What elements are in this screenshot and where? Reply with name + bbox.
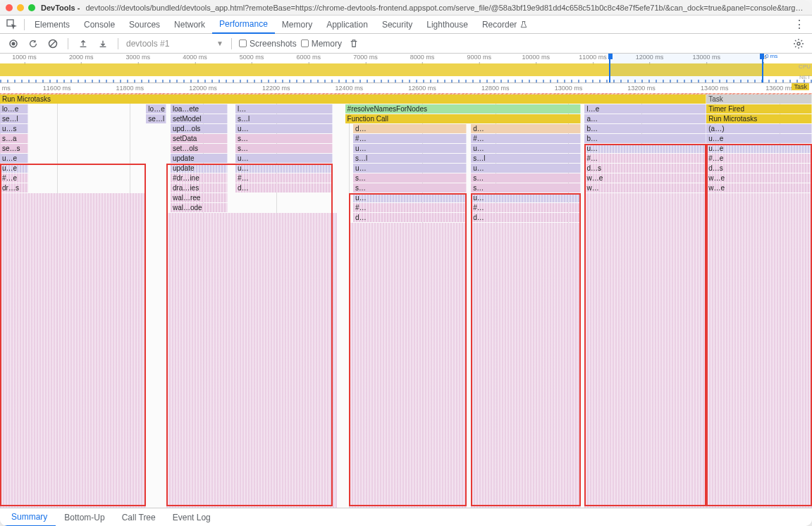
flame-bar[interactable]: s… xyxy=(471,183,581,192)
flame-bar[interactable]: u… xyxy=(353,193,467,202)
minimize-window-button[interactable] xyxy=(17,4,24,11)
flame-bar[interactable]: b… xyxy=(584,134,706,143)
flame-bar[interactable]: #… xyxy=(471,134,581,143)
flame-bar[interactable]: #…e xyxy=(0,173,28,183)
flame-bar[interactable]: d…s xyxy=(706,164,812,173)
flame-bar[interactable]: #… xyxy=(235,173,333,183)
settings-button[interactable] xyxy=(791,36,806,51)
flame-bar[interactable]: u…e xyxy=(0,164,28,173)
flame-bar[interactable]: w…e xyxy=(584,173,706,183)
flame-bar[interactable]: s… xyxy=(235,134,333,143)
tab-memory[interactable]: Memory xyxy=(275,16,319,34)
details-tab-call-tree[interactable]: Call Tree xyxy=(113,508,164,527)
flame-bar[interactable]: l… xyxy=(235,104,333,114)
clear-button[interactable] xyxy=(45,36,61,51)
flame-bar[interactable]: b… xyxy=(584,124,706,133)
flame-bar[interactable]: u…e xyxy=(0,154,28,163)
flame-bar[interactable]: #… xyxy=(471,203,581,212)
flame-bar[interactable]: u… xyxy=(471,144,581,153)
flame-bar[interactable]: u… xyxy=(353,144,467,153)
flame-bar[interactable]: Function Call xyxy=(345,114,581,123)
flame-bar[interactable]: Task xyxy=(706,94,812,104)
flame-bar[interactable]: loa…ete xyxy=(171,104,228,114)
flame-bar[interactable]: se…s xyxy=(0,144,28,153)
close-window-button[interactable] xyxy=(6,4,13,11)
flame-bar[interactable]: Run Microtasks xyxy=(706,114,812,123)
flame-bar[interactable]: u… xyxy=(471,193,581,202)
flame-bar[interactable]: lo…e xyxy=(146,104,166,114)
tab-recorder[interactable]: Recorder xyxy=(475,16,535,34)
flame-bar[interactable]: a… xyxy=(584,114,706,123)
flame-bar[interactable]: s…l xyxy=(471,154,581,163)
flame-bar[interactable]: dr…s xyxy=(0,183,28,192)
flame-bar[interactable]: Run Microtasks xyxy=(0,94,706,104)
flame-bar[interactable]: u…e xyxy=(706,134,812,143)
flame-bar[interactable]: s… xyxy=(353,183,467,192)
flame-bar[interactable]: l…e xyxy=(584,104,706,114)
memory-checkbox[interactable]: Memory xyxy=(301,39,342,49)
tab-console[interactable]: Console xyxy=(77,16,122,34)
flame-bar[interactable]: d… xyxy=(353,124,467,133)
tab-elements[interactable]: Elements xyxy=(27,16,77,34)
tab-application[interactable]: Application xyxy=(319,16,375,34)
details-tab-event-log[interactable]: Event Log xyxy=(164,508,219,527)
flame-bar[interactable]: s…l xyxy=(353,154,467,163)
tab-performance[interactable]: Performance xyxy=(212,16,275,34)
flame-bar[interactable]: upd…ols xyxy=(171,124,228,133)
flame-bar[interactable]: u… xyxy=(235,124,333,133)
flame-bar[interactable]: d… xyxy=(471,124,581,133)
flame-bar[interactable]: d… xyxy=(235,183,333,192)
flame-bar[interactable]: setModel xyxy=(171,114,228,123)
traffic-lights[interactable] xyxy=(6,4,35,11)
tab-security[interactable]: Security xyxy=(375,16,419,34)
deep-stack[interactable] xyxy=(584,193,706,508)
flamechart-ruler[interactable]: 400 ms11600 ms11800 ms12000 ms12200 ms12… xyxy=(0,83,812,94)
details-tab-summary[interactable]: Summary xyxy=(3,508,56,527)
flame-bar[interactable]: se…l xyxy=(146,114,166,123)
selection-handle-right[interactable]: 0 ms xyxy=(760,54,764,59)
flame-bar[interactable]: se…l xyxy=(0,114,28,123)
profile-selector[interactable]: devtools #1 ▼ xyxy=(125,38,224,49)
flame-bar[interactable]: update xyxy=(171,154,228,163)
flame-bar[interactable]: w…e xyxy=(706,173,812,183)
more-menu-button[interactable]: ⋮ xyxy=(789,18,809,31)
flame-bar[interactable]: u… xyxy=(353,164,467,173)
flame-bar[interactable]: u… xyxy=(471,164,581,173)
overview-selection[interactable]: 0 ms xyxy=(609,54,763,82)
flame-bar[interactable]: lo…e xyxy=(0,104,28,114)
deep-stack[interactable] xyxy=(349,223,467,508)
flame-bar[interactable]: s… xyxy=(235,144,333,153)
deep-stack[interactable] xyxy=(706,193,812,508)
inspect-element-button[interactable] xyxy=(3,16,21,34)
flame-bar[interactable]: (a…) xyxy=(706,124,812,133)
flame-bar[interactable]: s…l xyxy=(235,114,333,123)
zoom-window-button[interactable] xyxy=(28,4,35,11)
flame-bar[interactable]: s… xyxy=(471,173,581,183)
flame-bar[interactable]: #… xyxy=(353,134,467,143)
details-tab-bottom-up[interactable]: Bottom-Up xyxy=(56,508,113,527)
tab-lighthouse[interactable]: Lighthouse xyxy=(419,16,475,34)
flame-bar[interactable]: d… xyxy=(353,213,467,222)
download-profile-button[interactable] xyxy=(95,36,111,51)
flame-bar[interactable]: s…a xyxy=(0,134,28,143)
flame-bar[interactable]: u…s xyxy=(0,124,28,133)
flame-bar[interactable]: update xyxy=(171,164,228,173)
flame-chart[interactable]: Run MicrotasksTasklo…elo…eloa…etel…#reso… xyxy=(0,94,812,508)
deep-stack[interactable] xyxy=(471,223,581,508)
flame-bar[interactable]: setData xyxy=(171,134,228,143)
flame-bar[interactable]: #…e xyxy=(706,154,812,163)
flame-bar[interactable]: #resolveNamesForNodes xyxy=(345,104,581,114)
tab-network[interactable]: Network xyxy=(167,16,212,34)
flame-bar[interactable]: u… xyxy=(235,164,333,173)
selection-handle-left[interactable] xyxy=(608,54,613,59)
flame-bar[interactable]: set…ols xyxy=(171,144,228,153)
record-button[interactable] xyxy=(6,36,21,51)
deep-stack[interactable] xyxy=(0,193,146,508)
deep-stack[interactable] xyxy=(166,213,337,508)
flame-bar[interactable]: dra…ies xyxy=(171,183,228,192)
flame-bar[interactable]: w… xyxy=(584,183,706,192)
flame-bar[interactable]: #… xyxy=(584,154,706,163)
screenshots-checkbox[interactable]: Screenshots xyxy=(239,39,297,49)
flame-bar[interactable]: u… xyxy=(235,154,333,163)
trash-button[interactable] xyxy=(346,36,362,51)
